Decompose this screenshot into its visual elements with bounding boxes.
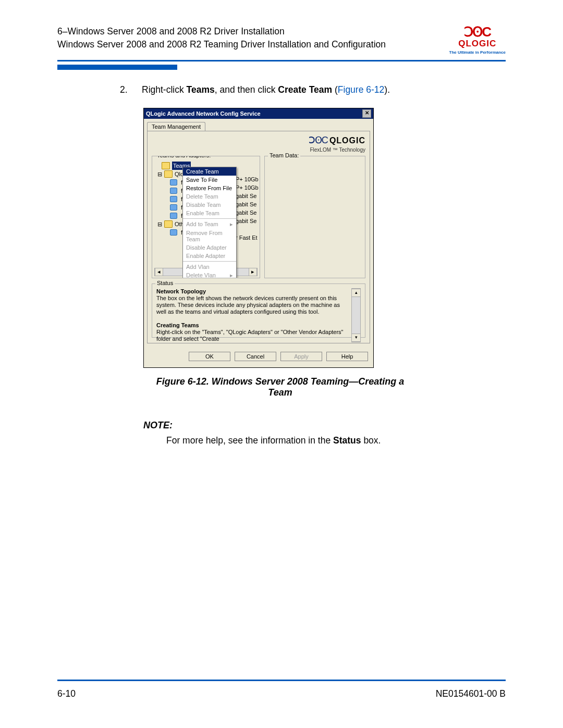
dialog-brand: ƆʘC QLOGIC xyxy=(309,134,365,146)
accent-bar xyxy=(57,65,177,70)
close-icon[interactable]: ✕ xyxy=(362,109,371,118)
menu-disable-team: Disable Team xyxy=(183,201,236,209)
menu-delete-team: Delete Team xyxy=(183,192,236,201)
help-button[interactable]: Help xyxy=(326,352,368,361)
menu-enable-team: Enable Team xyxy=(183,209,236,217)
page-header: 6–Windows Server 2008 and 2008 R2 Driver… xyxy=(57,25,506,55)
menu-enable-adapter: Enable Adapter xyxy=(183,252,236,260)
scroll-left-icon[interactable]: ◂ xyxy=(155,268,163,276)
ok-button[interactable]: OK xyxy=(189,352,230,361)
team-data-pane: Team Data: xyxy=(264,156,365,278)
menu-delete-vlan: Delete Vlan▸ xyxy=(183,271,236,278)
adapter-icon xyxy=(170,229,177,236)
folder-icon xyxy=(164,220,173,228)
adapter-icon xyxy=(170,188,177,194)
header-rule xyxy=(57,60,506,61)
step-number: 2. xyxy=(120,84,130,95)
logo-mark: ƆʘC xyxy=(449,25,506,39)
dialog-title: QLogic Advanced Network Config Service xyxy=(146,110,261,117)
chevron-right-icon: ▸ xyxy=(230,272,233,278)
figure-link[interactable]: Figure 6-12 xyxy=(338,84,385,95)
brand-subtitle: FlexLOM ™ Technology xyxy=(310,147,365,153)
apply-button: Apply xyxy=(280,352,322,361)
footer-rule xyxy=(57,680,506,681)
scroll-right-icon[interactable]: ▸ xyxy=(249,268,257,276)
teams-adapters-pane[interactable]: Teams and Adapters: Teams ⊟ Qlog xyxy=(152,156,260,278)
chevron-right-icon: ▸ xyxy=(230,221,233,228)
page-footer: 6-10 NE0154601-00 B xyxy=(57,688,506,699)
menu-add-vlan: Add Vlan xyxy=(183,263,236,271)
menu-create-team[interactable]: Create Team xyxy=(183,167,236,176)
qlogic-logo: ƆʘC QLOGIC The Ultimate in Performance xyxy=(449,25,506,55)
adapter-icon xyxy=(170,179,177,186)
document-number: NE0154601-00 B xyxy=(436,688,506,699)
status-legend: Status xyxy=(155,280,175,286)
adapter-icon xyxy=(170,213,177,219)
menu-save-to-file[interactable]: Save To File xyxy=(183,176,236,184)
figure-caption: Figure 6-12. Windows Server 2008 Teaming… xyxy=(143,376,417,398)
menu-disable-adapter: Disable Adapter xyxy=(183,243,236,252)
header-line2: Windows Server 2008 and 2008 R2 Teaming … xyxy=(57,38,386,51)
context-menu[interactable]: Create Team Save To File Restore From Fi… xyxy=(182,167,237,278)
status-heading-1: Network Topology xyxy=(156,288,206,294)
folder-icon xyxy=(164,170,173,178)
right-pane-legend: Team Data: xyxy=(268,152,300,158)
dialog-titlebar[interactable]: QLogic Advanced Network Config Service ✕ xyxy=(144,108,373,119)
logo-word: QLOGIC xyxy=(449,39,506,49)
brand-mark-icon: ƆʘC xyxy=(309,135,328,145)
config-dialog: QLogic Advanced Network Config Service ✕… xyxy=(143,108,374,368)
step-text: Right-click Teams, and then click Create… xyxy=(142,84,390,95)
cancel-button[interactable]: Cancel xyxy=(235,352,276,361)
tab-team-management[interactable]: Team Management xyxy=(147,122,205,131)
adapter-icon xyxy=(170,204,177,211)
folder-icon xyxy=(162,162,170,169)
status-pane: Status Network Topology The box on the l… xyxy=(152,283,365,338)
page-number: 6-10 xyxy=(57,688,76,699)
scroll-down-icon[interactable]: ▾ xyxy=(352,334,360,342)
status-text-2: Right-click on the "Teams", "QLogic Adap… xyxy=(156,329,344,342)
menu-restore-from-file[interactable]: Restore From File xyxy=(183,184,236,192)
menu-add-to-team: Add to Team▸ xyxy=(183,220,236,229)
logo-tagline: The Ultimate in Performance xyxy=(449,50,506,55)
note-body: For more help, see the information in th… xyxy=(166,435,506,446)
header-line1: 6–Windows Server 2008 and 2008 R2 Driver… xyxy=(57,25,386,38)
adapter-icon xyxy=(170,196,177,202)
scroll-up-icon[interactable]: ▴ xyxy=(352,289,360,297)
menu-separator xyxy=(183,218,236,219)
menu-separator xyxy=(183,261,236,262)
status-heading-2: Creating Teams xyxy=(156,322,199,328)
step-2: 2. Right-click Teams, and then click Cre… xyxy=(120,84,506,95)
vertical-scrollbar[interactable]: ▴ ▾ xyxy=(351,288,361,342)
menu-remove-from-team: Remove From Team xyxy=(183,229,236,243)
note-heading: NOTE: xyxy=(143,420,506,431)
left-pane-legend: Teams and Adapters: xyxy=(155,156,212,158)
status-text-1: The box on the left shows the network de… xyxy=(156,295,340,315)
